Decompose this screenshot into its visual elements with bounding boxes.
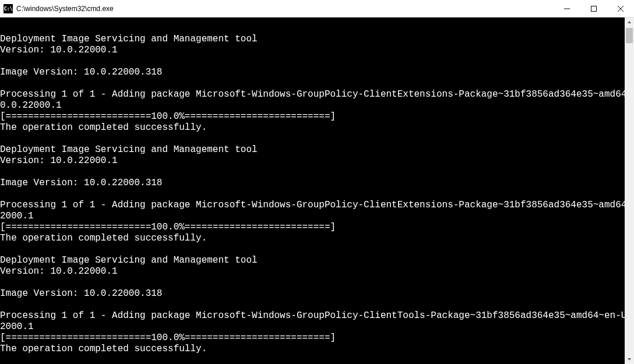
cmd-icon: C:\ — [3, 4, 13, 13]
terminal-line — [0, 244, 625, 255]
scrollbar-thumb[interactable] — [626, 28, 633, 43]
terminal-line: Deployment Image Servicing and Managemen… — [0, 34, 625, 45]
terminal-line — [0, 56, 625, 67]
terminal-line: Version: 10.0.22000.1 — [0, 266, 625, 277]
close-button[interactable] — [607, 0, 634, 17]
minimize-button[interactable] — [554, 0, 580, 17]
terminal-output[interactable]: Deployment Image Servicing and Managemen… — [0, 17, 625, 364]
terminal-line — [0, 133, 625, 144]
terminal-line — [0, 277, 625, 288]
scrollbar-track[interactable] — [625, 17, 634, 364]
terminal-line: Processing 1 of 1 - Adding package Micro… — [0, 200, 625, 211]
scroll-down-arrow-icon[interactable] — [625, 355, 634, 364]
terminal-line: The operation completed successfully. — [0, 122, 625, 133]
terminal-line: [==========================100.0%=======… — [0, 222, 625, 233]
maximize-button[interactable] — [580, 0, 607, 17]
svg-marker-5 — [628, 358, 631, 361]
svg-rect-1 — [591, 6, 597, 11]
terminal-line: The operation completed successfully. — [0, 233, 625, 244]
terminal-line: Deployment Image Servicing and Managemen… — [0, 144, 625, 156]
terminal-line: [==========================100.0%=======… — [0, 333, 625, 344]
window-titlebar[interactable]: C:\ C:\windows\System32\cmd.exe — [0, 0, 634, 17]
window-controls — [554, 0, 634, 17]
terminal-line: 0.0.22000.1 — [0, 100, 625, 111]
terminal-line: 2000.1 — [0, 321, 625, 333]
terminal-line: Version: 10.0.22000.1 — [0, 156, 625, 167]
scroll-up-arrow-icon[interactable] — [625, 17, 634, 27]
terminal-line: Image Version: 10.0.22000.318 — [0, 67, 625, 78]
terminal-area: Deployment Image Servicing and Managemen… — [0, 17, 634, 364]
terminal-line: Image Version: 10.0.22000.318 — [0, 178, 625, 189]
terminal-line: The operation completed successfully. — [0, 344, 625, 355]
terminal-line: Image Version: 10.0.22000.318 — [0, 288, 625, 299]
terminal-line: 2000.1 — [0, 211, 625, 222]
svg-marker-4 — [628, 21, 631, 23]
terminal-line — [0, 189, 625, 200]
terminal-line — [0, 167, 625, 178]
terminal-line: Processing 1 of 1 - Adding package Micro… — [0, 89, 625, 100]
terminal-line: Version: 10.0.22000.1 — [0, 45, 625, 56]
window-title: C:\windows\System32\cmd.exe — [16, 5, 554, 13]
terminal-line: [==========================100.0%=======… — [0, 111, 625, 122]
terminal-line — [0, 299, 625, 310]
terminal-line — [0, 78, 625, 89]
terminal-line: Deployment Image Servicing and Managemen… — [0, 255, 625, 266]
terminal-line: Processing 1 of 1 - Adding package Micro… — [0, 310, 625, 321]
